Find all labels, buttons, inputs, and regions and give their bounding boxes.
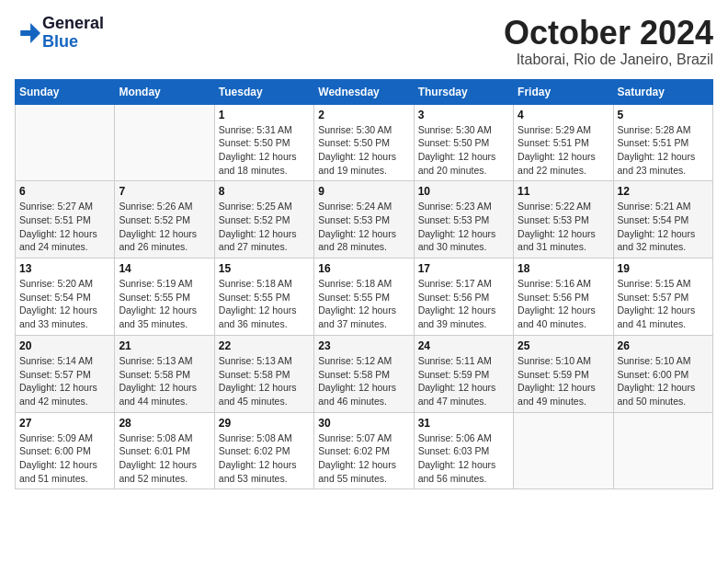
day-info: Sunrise: 5:17 AMSunset: 5:56 PMDaylight:… xyxy=(418,277,509,331)
day-number: 13 xyxy=(19,262,110,275)
day-info: Sunrise: 5:19 AMSunset: 5:55 PMDaylight:… xyxy=(119,277,210,331)
calendar-cell: 15Sunrise: 5:18 AMSunset: 5:55 PMDayligh… xyxy=(214,259,313,336)
day-info: Sunrise: 5:21 AMSunset: 5:54 PMDaylight:… xyxy=(618,200,709,254)
calendar-cell xyxy=(613,412,712,489)
day-info: Sunrise: 5:15 AMSunset: 5:57 PMDaylight:… xyxy=(618,277,709,331)
calendar-cell: 4Sunrise: 5:29 AMSunset: 5:51 PMDaylight… xyxy=(514,104,613,181)
day-info: Sunrise: 5:30 AMSunset: 5:50 PMDaylight:… xyxy=(418,123,509,178)
day-number: 8 xyxy=(219,185,310,198)
calendar-cell: 3Sunrise: 5:30 AMSunset: 5:50 PMDaylight… xyxy=(414,104,513,181)
weekday-header-cell: Thursday xyxy=(414,79,513,104)
calendar-cell: 20Sunrise: 5:14 AMSunset: 5:57 PMDayligh… xyxy=(16,335,115,412)
day-number: 28 xyxy=(119,417,210,430)
day-number: 23 xyxy=(318,339,409,352)
day-number: 7 xyxy=(119,185,210,198)
day-number: 3 xyxy=(418,109,509,121)
day-number: 16 xyxy=(318,262,409,275)
weekday-header-cell: Tuesday xyxy=(214,79,313,104)
day-info: Sunrise: 5:24 AMSunset: 5:53 PMDaylight:… xyxy=(318,200,409,254)
calendar-cell: 9Sunrise: 5:24 AMSunset: 5:53 PMDaylight… xyxy=(314,181,414,259)
calendar-cell: 19Sunrise: 5:15 AMSunset: 5:57 PMDayligh… xyxy=(613,259,712,336)
day-number: 22 xyxy=(219,339,310,352)
day-info: Sunrise: 5:08 AMSunset: 6:01 PMDaylight:… xyxy=(119,431,210,486)
day-number: 6 xyxy=(19,185,110,198)
day-info: Sunrise: 5:25 AMSunset: 5:52 PMDaylight:… xyxy=(219,200,310,254)
weekday-header-cell: Wednesday xyxy=(314,79,414,104)
day-number: 26 xyxy=(618,339,709,352)
day-number: 12 xyxy=(618,185,709,198)
day-info: Sunrise: 5:10 AMSunset: 6:00 PMDaylight:… xyxy=(618,354,709,408)
calendar-cell xyxy=(115,104,214,181)
calendar-cell: 23Sunrise: 5:12 AMSunset: 5:58 PMDayligh… xyxy=(314,335,414,412)
calendar-cell: 10Sunrise: 5:23 AMSunset: 5:53 PMDayligh… xyxy=(414,181,513,259)
calendar-cell: 16Sunrise: 5:18 AMSunset: 5:55 PMDayligh… xyxy=(314,259,414,336)
logo-icon xyxy=(15,20,40,46)
day-info: Sunrise: 5:11 AMSunset: 5:59 PMDaylight:… xyxy=(418,354,509,408)
day-info: Sunrise: 5:09 AMSunset: 6:00 PMDaylight:… xyxy=(19,431,110,486)
day-number: 5 xyxy=(618,109,709,121)
day-number: 19 xyxy=(618,262,709,275)
day-number: 17 xyxy=(418,262,509,275)
day-number: 18 xyxy=(518,262,609,275)
calendar-table: SundayMondayTuesdayWednesdayThursdayFrid… xyxy=(15,79,713,490)
calendar-cell: 27Sunrise: 5:09 AMSunset: 6:00 PMDayligh… xyxy=(16,412,115,489)
weekday-header-cell: Saturday xyxy=(613,79,712,104)
day-number: 24 xyxy=(418,339,509,352)
calendar-cell: 18Sunrise: 5:16 AMSunset: 5:56 PMDayligh… xyxy=(514,259,613,336)
day-info: Sunrise: 5:12 AMSunset: 5:58 PMDaylight:… xyxy=(318,354,409,408)
calendar-cell: 11Sunrise: 5:22 AMSunset: 5:53 PMDayligh… xyxy=(514,181,613,259)
day-number: 15 xyxy=(219,262,310,275)
day-info: Sunrise: 5:18 AMSunset: 5:55 PMDaylight:… xyxy=(318,277,409,331)
day-number: 10 xyxy=(418,185,509,198)
calendar-cell: 30Sunrise: 5:07 AMSunset: 6:02 PMDayligh… xyxy=(314,412,414,489)
day-info: Sunrise: 5:30 AMSunset: 5:50 PMDaylight:… xyxy=(318,123,409,178)
day-number: 30 xyxy=(318,417,409,430)
calendar-cell: 13Sunrise: 5:20 AMSunset: 5:54 PMDayligh… xyxy=(16,259,115,336)
calendar-cell: 8Sunrise: 5:25 AMSunset: 5:52 PMDaylight… xyxy=(214,181,313,259)
day-info: Sunrise: 5:20 AMSunset: 5:54 PMDaylight:… xyxy=(19,277,110,331)
calendar-cell: 6Sunrise: 5:27 AMSunset: 5:51 PMDaylight… xyxy=(16,181,115,259)
day-info: Sunrise: 5:10 AMSunset: 5:59 PMDaylight:… xyxy=(518,354,609,408)
day-number: 1 xyxy=(219,109,310,121)
calendar-cell: 24Sunrise: 5:11 AMSunset: 5:59 PMDayligh… xyxy=(414,335,513,412)
day-number: 14 xyxy=(119,262,210,275)
calendar-cell: 21Sunrise: 5:13 AMSunset: 5:58 PMDayligh… xyxy=(115,335,214,412)
day-info: Sunrise: 5:22 AMSunset: 5:53 PMDaylight:… xyxy=(518,200,609,254)
calendar-cell: 28Sunrise: 5:08 AMSunset: 6:01 PMDayligh… xyxy=(115,412,214,489)
day-number: 25 xyxy=(518,339,609,352)
calendar-cell: 7Sunrise: 5:26 AMSunset: 5:52 PMDaylight… xyxy=(115,181,214,259)
day-info: Sunrise: 5:27 AMSunset: 5:51 PMDaylight:… xyxy=(19,200,110,254)
day-number: 11 xyxy=(518,185,609,198)
weekday-header-cell: Sunday xyxy=(16,79,115,104)
calendar-cell: 26Sunrise: 5:10 AMSunset: 6:00 PMDayligh… xyxy=(613,335,712,412)
day-number: 31 xyxy=(418,417,509,430)
calendar-cell: 14Sunrise: 5:19 AMSunset: 5:55 PMDayligh… xyxy=(115,259,214,336)
day-info: Sunrise: 5:08 AMSunset: 6:02 PMDaylight:… xyxy=(219,431,310,486)
page-header: General Blue October 2024 Itaborai, Rio … xyxy=(15,15,713,68)
calendar-cell: 31Sunrise: 5:06 AMSunset: 6:03 PMDayligh… xyxy=(414,412,513,489)
logo: General Blue xyxy=(15,15,104,52)
day-info: Sunrise: 5:16 AMSunset: 5:56 PMDaylight:… xyxy=(518,277,609,331)
day-info: Sunrise: 5:18 AMSunset: 5:55 PMDaylight:… xyxy=(219,277,310,331)
calendar-cell: 29Sunrise: 5:08 AMSunset: 6:02 PMDayligh… xyxy=(214,412,313,489)
calendar-cell: 2Sunrise: 5:30 AMSunset: 5:50 PMDaylight… xyxy=(314,104,414,181)
day-number: 2 xyxy=(318,109,409,121)
day-info: Sunrise: 5:13 AMSunset: 5:58 PMDaylight:… xyxy=(119,354,210,408)
location: Itaborai, Rio de Janeiro, Brazil xyxy=(504,52,713,68)
day-number: 27 xyxy=(19,417,110,430)
day-number: 20 xyxy=(19,339,110,352)
day-number: 9 xyxy=(318,185,409,198)
day-info: Sunrise: 5:23 AMSunset: 5:53 PMDaylight:… xyxy=(418,200,509,254)
day-number: 21 xyxy=(119,339,210,352)
calendar-cell: 17Sunrise: 5:17 AMSunset: 5:56 PMDayligh… xyxy=(414,259,513,336)
logo-text: General Blue xyxy=(42,15,104,52)
calendar-header: SundayMondayTuesdayWednesdayThursdayFrid… xyxy=(16,79,713,104)
title-block: October 2024 Itaborai, Rio de Janeiro, B… xyxy=(504,15,713,68)
calendar-cell: 22Sunrise: 5:13 AMSunset: 5:58 PMDayligh… xyxy=(214,335,313,412)
month-title: October 2024 xyxy=(504,15,713,52)
day-info: Sunrise: 5:31 AMSunset: 5:50 PMDaylight:… xyxy=(219,123,310,178)
calendar-cell: 12Sunrise: 5:21 AMSunset: 5:54 PMDayligh… xyxy=(613,181,712,259)
day-info: Sunrise: 5:28 AMSunset: 5:51 PMDaylight:… xyxy=(618,123,709,178)
day-info: Sunrise: 5:07 AMSunset: 6:02 PMDaylight:… xyxy=(318,431,409,486)
day-info: Sunrise: 5:14 AMSunset: 5:57 PMDaylight:… xyxy=(19,354,110,408)
